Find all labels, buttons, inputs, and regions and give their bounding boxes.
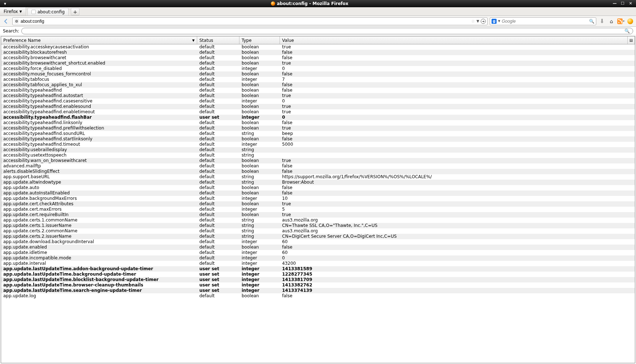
titlebar-menu-arrow[interactable]: ▾ (0, 1, 10, 6)
table-row[interactable]: app.update.idletimedefaultinteger60 (1, 250, 635, 255)
identity-icon[interactable] (14, 19, 19, 24)
go-button[interactable]: ➔ (481, 19, 486, 24)
home-button[interactable]: ⌂ (608, 18, 615, 25)
table-row[interactable]: accessibility.blockautorefreshdefaultboo… (1, 50, 635, 55)
table-row[interactable]: accessibility.usebrailledisplaydefaultst… (1, 147, 635, 153)
table-row[interactable]: app.update.lastUpdateTime.background-upd… (1, 272, 635, 277)
column-header-name[interactable]: Preference Name ▼ (1, 36, 197, 44)
tab-about-config[interactable]: about:config (27, 8, 69, 16)
tab-label: about:config (38, 9, 65, 14)
search-icon[interactable]: 🔍 (589, 19, 594, 24)
cell-status: default (197, 55, 239, 61)
search-input[interactable] (502, 19, 588, 24)
table-row[interactable]: accessibility.usetexttospeechdefaultstri… (1, 153, 635, 158)
cell-value: 0 (280, 255, 635, 261)
table-row[interactable]: app.support.baseURLdefaultstringhttps://… (1, 174, 635, 180)
cell-name: app.update.altwindowtype (1, 180, 197, 185)
table-row[interactable]: app.update.incompatible.modedefaultinteg… (1, 255, 635, 261)
table-row[interactable]: accessibility.tabfocusdefaultinteger7 (1, 77, 635, 82)
downloads-button[interactable]: ⬇ (598, 18, 606, 25)
table-row[interactable]: app.update.certs.2.commonNamedefaultstri… (1, 228, 635, 234)
table-row[interactable]: accessibility.accesskeycausesactivationd… (1, 44, 635, 50)
table-row[interactable]: accessibility.typeaheadfind.casesensitiv… (1, 98, 635, 104)
table-row[interactable]: app.update.altwindowtypedefaultstringBro… (1, 180, 635, 185)
table-row[interactable]: app.update.lastUpdateTime.blocklist-back… (1, 277, 635, 282)
table-row[interactable]: accessibility.force_disableddefaultinteg… (1, 66, 635, 71)
minimize-button[interactable]: — (612, 1, 617, 6)
bookmarks-menu-button[interactable]: ▾ (617, 18, 624, 25)
table-row[interactable]: accessibility.browsewithcaret_shortcut.e… (1, 61, 635, 66)
cell-status: default (197, 82, 239, 88)
table-row[interactable]: app.update.certs.1.commonNamedefaultstri… (1, 218, 635, 223)
cell-type: boolean (239, 109, 280, 115)
table-row[interactable]: accessibility.tabfocus_applies_to_xuldef… (1, 82, 635, 88)
table-row[interactable]: accessibility.typeaheadfind.timeoutdefau… (1, 142, 635, 147)
window-title: about:config - Mozilla Firefox (277, 1, 348, 6)
column-header-type[interactable]: Type (239, 36, 280, 44)
new-tab-button[interactable]: + (71, 8, 79, 16)
table-row[interactable]: advanced.mailftpdefaultbooleanfalse (1, 163, 635, 169)
cell-value: true (280, 201, 635, 207)
urlbar-dropdown-arrow[interactable]: ▼ (476, 19, 479, 23)
table-row[interactable]: accessibility.typeaheadfind.enablesoundd… (1, 104, 635, 109)
filter-box[interactable]: 🔍 (21, 28, 633, 34)
bookmark-star-icon[interactable]: ☆ (471, 19, 475, 24)
table-body[interactable]: accessibility.accesskeycausesactivationd… (1, 44, 635, 363)
table-row[interactable]: app.update.certs.2.issuerNamedefaultstri… (1, 234, 635, 239)
table-row[interactable]: accessibility.typeaheadfind.startlinkson… (1, 136, 635, 142)
cell-value: true (280, 158, 635, 163)
table-row[interactable]: accessibility.browsewithcaretdefaultbool… (1, 55, 635, 61)
table-row[interactable]: app.update.intervaldefaultinteger43200 (1, 261, 635, 266)
table-row[interactable]: accessibility.typeaheadfind.enabletimeou… (1, 109, 635, 115)
cell-type: integer (239, 288, 280, 293)
table-row[interactable]: alerts.disableSlidingEffectdefaultboolea… (1, 169, 635, 174)
table-row[interactable]: accessibility.typeaheadfind.flashBaruser… (1, 115, 635, 120)
url-bar[interactable]: ☆ ▼ ➔ (12, 17, 488, 25)
google-icon[interactable]: g (492, 19, 497, 24)
table-row[interactable]: app.update.lastUpdateTime.search-engine-… (1, 288, 635, 293)
firefox-menu-button[interactable]: Firefox ▼ (0, 7, 26, 16)
chevron-down-icon[interactable]: ▼ (498, 19, 500, 23)
table-row[interactable]: accessibility.typeaheadfind.prefillwiths… (1, 126, 635, 131)
column-header-value[interactable]: Value (280, 36, 628, 44)
table-row[interactable]: app.update.download.backgroundIntervalde… (1, 239, 635, 245)
table-row[interactable]: app.update.enableddefaultbooleanfalse (1, 245, 635, 250)
table-row[interactable]: accessibility.typeaheadfind.soundURLdefa… (1, 131, 635, 136)
filter-input[interactable] (25, 28, 624, 34)
table-row[interactable]: app.update.cert.requireBuiltIndefaultboo… (1, 212, 635, 218)
column-picker-button[interactable]: ▤ (628, 36, 635, 44)
cell-name: app.update.cert.requireBuiltIn (1, 212, 197, 218)
extension-button[interactable] (627, 18, 634, 25)
table-row[interactable]: app.update.cert.checkAttributesdefaultbo… (1, 201, 635, 207)
search-box[interactable]: g ▼ 🔍 (490, 17, 596, 25)
search-icon[interactable]: 🔍 (624, 28, 630, 34)
table-row[interactable]: accessibility.typeaheadfind.autostartdef… (1, 93, 635, 98)
cell-status: user set (197, 272, 239, 277)
table-row[interactable]: app.update.lastUpdateTime.addon-backgrou… (1, 266, 635, 272)
maximize-button[interactable]: ☐ (620, 1, 625, 6)
table-row[interactable]: app.update.autodefaultbooleanfalse (1, 185, 635, 190)
table-header: Preference Name ▼ Status Type Value ▤ (1, 36, 635, 44)
table-row[interactable]: app.update.certs.1.issuerNamedefaultstri… (1, 223, 635, 228)
cell-name: accessibility.mouse_focuses_formcontrol (1, 71, 197, 77)
table-row[interactable]: app.update.lastUpdateTime.browser-cleanu… (1, 282, 635, 288)
cell-type: integer (239, 239, 280, 245)
column-header-status[interactable]: Status (197, 36, 239, 44)
cell-status: default (197, 61, 239, 66)
table-row[interactable]: app.update.autoInstallEnableddefaultbool… (1, 190, 635, 196)
cell-value: 0 (280, 98, 635, 104)
url-input[interactable] (21, 19, 470, 24)
table-row[interactable]: accessibility.typeaheadfind.linksonlydef… (1, 120, 635, 126)
close-button[interactable]: ✕ (628, 1, 633, 6)
table-row[interactable]: app.update.logdefaultbooleanfalse (1, 293, 635, 299)
table-row[interactable]: accessibility.typeaheadfinddefaultboolea… (1, 88, 635, 93)
table-row[interactable]: accessibility.warn_on_browsewithcaretdef… (1, 158, 635, 163)
back-button[interactable] (2, 17, 10, 25)
table-row[interactable]: app.update.cert.maxErrorsdefaultinteger5 (1, 207, 635, 212)
cell-type: boolean (239, 190, 280, 196)
table-row[interactable]: app.update.backgroundMaxErrorsdefaultint… (1, 196, 635, 201)
cell-value: false (280, 245, 635, 250)
cell-name: accessibility.usebrailledisplay (1, 147, 197, 153)
table-row[interactable]: accessibility.mouse_focuses_formcontrold… (1, 71, 635, 77)
cell-name: accessibility.typeaheadfind.timeout (1, 142, 197, 147)
